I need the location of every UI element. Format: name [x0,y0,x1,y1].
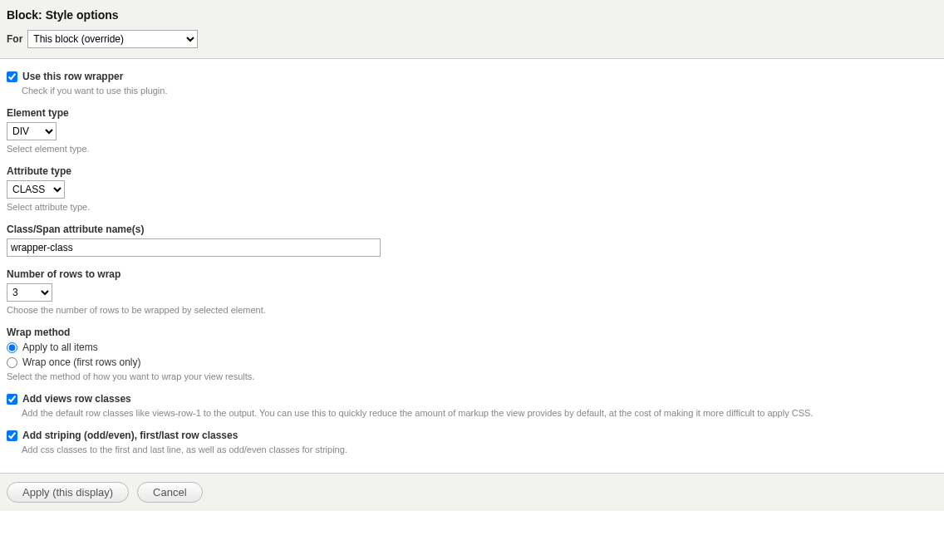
cancel-button[interactable]: Cancel [137,482,202,503]
use-wrapper-desc: Check if you want to use this plugin. [22,86,937,96]
striping-label: Add striping (odd/even), first/last row … [22,430,238,441]
wrap-all-radio[interactable] [7,342,17,353]
wrap-method-group: Wrap method Apply to all items Wrap once… [7,327,937,381]
num-rows-select[interactable]: 3 [7,283,52,302]
striping-desc: Add css classes to the first and last li… [22,445,937,454]
use-wrapper-label: Use this row wrapper [22,71,123,82]
num-rows-label: Number of rows to wrap [7,268,937,280]
striping-checkbox[interactable] [7,430,17,441]
num-rows-desc: Choose the number of rows to be wrapped … [7,305,937,315]
page-title: Block: Style options [7,8,937,22]
use-wrapper-group: Use this row wrapper Check if you want t… [7,71,937,96]
attr-name-group: Class/Span attribute name(s) [7,224,937,257]
form-content: Use this row wrapper Check if you want t… [0,59,944,473]
header-bar: Block: Style options For This block (ove… [0,0,944,59]
footer-bar: Apply (this display) Cancel [0,473,944,511]
striping-group: Add striping (odd/even), first/last row … [7,430,937,454]
wrap-once-radio[interactable] [7,357,17,368]
element-type-group: Element type DIV Select element type. [7,107,937,154]
attr-name-input[interactable] [7,238,381,257]
attribute-type-desc: Select attribute type. [7,202,937,212]
use-wrapper-checkbox[interactable] [7,71,17,82]
row-classes-group: Add views row classes Add the default ro… [7,393,937,418]
apply-button[interactable]: Apply (this display) [7,482,129,503]
element-type-desc: Select element type. [7,144,937,154]
attribute-type-group: Attribute type CLASS Select attribute ty… [7,165,937,212]
for-row: For This block (override) [7,30,937,48]
row-classes-checkbox[interactable] [7,394,17,405]
wrap-all-label: Apply to all items [22,341,98,353]
element-type-label: Element type [7,107,937,119]
wrap-method-desc: Select the method of how you want to wra… [7,371,937,381]
attribute-type-label: Attribute type [7,165,937,177]
attr-name-label: Class/Span attribute name(s) [7,224,937,235]
attribute-type-select[interactable]: CLASS [7,180,65,199]
wrap-method-label: Wrap method [7,327,937,338]
num-rows-group: Number of rows to wrap 3 Choose the numb… [7,268,937,315]
row-classes-label: Add views row classes [22,393,131,405]
for-label: For [7,33,22,45]
element-type-select[interactable]: DIV [7,122,57,140]
wrap-once-label: Wrap once (first rows only) [22,356,140,368]
row-classes-desc: Add the default row classes like views-r… [22,408,937,418]
for-select[interactable]: This block (override) [27,30,198,48]
